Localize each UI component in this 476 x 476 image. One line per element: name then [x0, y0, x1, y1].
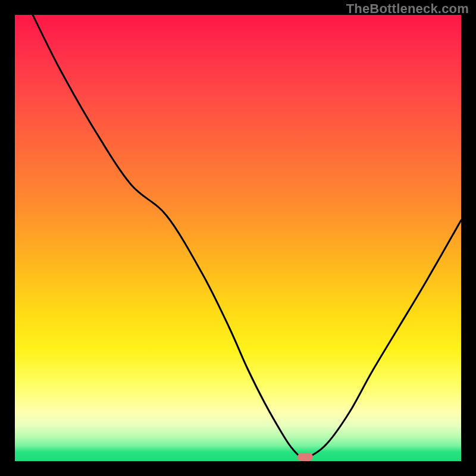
curve-path	[33, 15, 461, 458]
optimal-marker	[298, 453, 313, 461]
plot-area	[15, 15, 461, 461]
bottleneck-curve	[15, 15, 461, 461]
figure-container: TheBottleneck.com	[0, 0, 476, 476]
